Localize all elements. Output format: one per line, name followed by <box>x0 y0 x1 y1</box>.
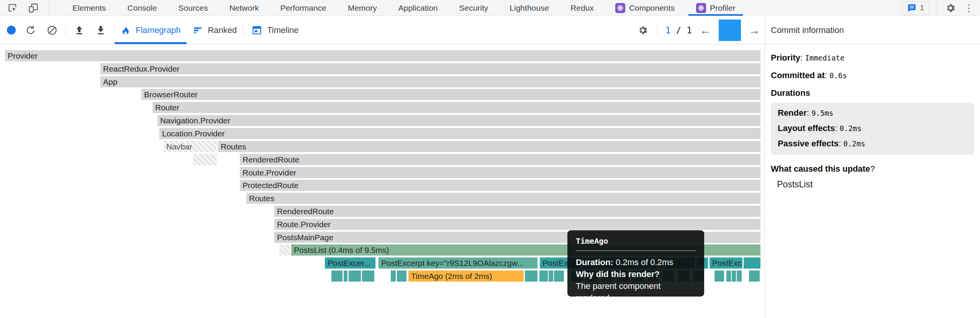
tab-lighthouse[interactable]: Lighthouse <box>499 0 560 16</box>
flame-bar-postexcerpt[interactable]: PostExcerpt key="r9S12L9OAlazczgw... <box>379 257 538 269</box>
flame-bar-timeago[interactable]: TimeAgo (2ms of 2ms) <box>408 270 524 282</box>
reload-profile-icon[interactable] <box>24 24 37 37</box>
tab-flamegraph[interactable]: Flamegraph <box>115 16 187 44</box>
priority-value: Immediate <box>805 54 844 62</box>
clear-profile-icon[interactable] <box>46 24 59 37</box>
flame-bar[interactable] <box>193 154 217 165</box>
duration-row: Render: 9.5ms <box>778 108 967 118</box>
tab-redux[interactable]: Redux <box>560 0 605 16</box>
flamegraph-label: Flamegraph <box>136 25 180 35</box>
flame-bar[interactable] <box>279 244 290 256</box>
tab-security[interactable]: Security <box>448 0 499 16</box>
prev-commit-arrow-icon[interactable]: ← <box>700 25 711 36</box>
tab-application[interactable]: Application <box>388 0 449 16</box>
tab-memory[interactable]: Memory <box>337 0 388 16</box>
export-profile-icon[interactable] <box>94 24 107 37</box>
tab-performance[interactable]: Performance <box>270 0 337 16</box>
flame-bar[interactable] <box>331 270 343 282</box>
import-profile-icon[interactable] <box>73 24 86 37</box>
tabbar-right-divider <box>937 3 937 13</box>
ranked-icon <box>193 25 203 35</box>
flame-bar-renderedroute[interactable]: RenderedRoute <box>240 154 760 165</box>
tab-label: Lighthouse <box>510 3 549 13</box>
commit-counter: 1 / 1 <box>665 25 692 35</box>
flame-bar[interactable] <box>391 270 396 282</box>
flame-bar-app[interactable]: App <box>100 76 760 87</box>
what-caused-heading: What caused this update? <box>771 164 974 174</box>
flame-bar-navbar[interactable]: Navbar <box>164 141 217 152</box>
selected-commit-bar[interactable] <box>719 20 741 41</box>
tab-profiler[interactable]: Profiler <box>685 0 746 16</box>
what-caused-label: What caused this update <box>771 164 870 174</box>
flame-bar-route.provider[interactable]: Route.Provider <box>274 219 760 230</box>
flame-tooltip: TimeAgo Duration: 0.2ms of 0.2ms Why did… <box>567 230 704 297</box>
commit-total: 1 <box>687 25 692 35</box>
profiler-settings-gear-icon[interactable] <box>636 24 649 37</box>
ranked-label: Ranked <box>208 25 237 35</box>
tab-network[interactable]: Network <box>219 0 270 16</box>
tab-console[interactable]: Console <box>117 0 168 16</box>
flame-bar[interactable] <box>549 270 553 282</box>
caused-by-component[interactable]: PostsList <box>771 179 974 190</box>
flame-bar[interactable] <box>397 270 406 282</box>
flame-bar[interactable] <box>539 270 548 282</box>
tab-sources[interactable]: Sources <box>168 0 219 16</box>
durations-heading: Durations <box>771 88 974 98</box>
flame-bar-provider[interactable]: Provider <box>5 50 760 61</box>
tab-timeline[interactable]: Timeline <box>246 16 305 44</box>
device-toolbar-icon[interactable] <box>28 2 39 14</box>
flame-bar-postexcer...[interactable]: PostExcer... <box>325 257 375 269</box>
flame-bar[interactable] <box>737 270 742 282</box>
tab-elements[interactable]: Elements <box>62 0 117 16</box>
issues-count: 1 <box>920 3 924 12</box>
tab-label: Sources <box>179 3 208 13</box>
inspect-element-icon[interactable] <box>7 2 18 14</box>
flame-bar-protectedroute[interactable]: ProtectedRoute <box>240 180 760 191</box>
tab-components[interactable]: Components <box>605 0 685 16</box>
profiler-toolbar: Flamegraph Ranked Timeline <box>0 16 765 44</box>
kebab-menu-icon[interactable]: ⋮ <box>964 3 974 13</box>
flame-bar-reactredux.provider[interactable]: ReactRedux.Provider <box>100 63 760 74</box>
tab-label: Application <box>398 3 438 13</box>
flame-bar-postexc...[interactable]: PostExc... <box>710 257 742 269</box>
flame-bar[interactable] <box>525 270 538 282</box>
flame-bar[interactable] <box>726 270 731 282</box>
duration-row: Layout effects: 0.2ms <box>778 123 967 133</box>
flame-bar[interactable] <box>744 257 760 269</box>
flame-bar[interactable] <box>732 270 736 282</box>
next-commit-arrow-icon[interactable]: → <box>749 25 760 36</box>
flame-bar-routes[interactable]: Routes <box>246 193 760 204</box>
tab-label: Memory <box>348 3 377 13</box>
flame-bar[interactable] <box>554 270 564 282</box>
issues-button[interactable]: 1 <box>902 2 929 15</box>
flame-bar[interactable] <box>715 270 724 282</box>
tab-label: Redux <box>570 3 594 13</box>
flame-bar-browserrouter[interactable]: BrowserRouter <box>141 89 760 100</box>
flame-bar[interactable] <box>749 270 760 282</box>
flame-bar-renderedroute[interactable]: RenderedRoute <box>274 206 760 217</box>
flame-bar-route.provider[interactable]: Route.Provider <box>240 167 760 178</box>
tab-ranked[interactable]: Ranked <box>187 16 243 44</box>
tab-label: Security <box>459 3 488 13</box>
tab-label: Elements <box>72 3 106 13</box>
tab-label: Network <box>229 3 259 13</box>
commit-navigator: 1 / 1 ← → <box>636 16 760 44</box>
flame-bar-router[interactable]: Router <box>152 102 760 113</box>
flame-bar[interactable] <box>344 270 347 282</box>
committed-at-label: Committed at <box>771 70 825 80</box>
toolbar-divider-3 <box>243 25 243 35</box>
flame-bar[interactable] <box>349 270 361 282</box>
commit-info-panel: Commit information Priority: Immediate C… <box>765 16 980 318</box>
flame-bar-navigation.provider[interactable]: Navigation.Provider <box>157 115 760 126</box>
settings-gear-icon[interactable] <box>945 2 956 14</box>
timeline-label: Timeline <box>267 25 298 35</box>
flame-bar-routes[interactable]: Routes <box>218 141 760 152</box>
chat-bubble-icon <box>907 3 917 13</box>
flame-bar-location.provider[interactable]: Location.Provider <box>159 128 760 139</box>
tab-label: Console <box>128 3 157 13</box>
duration-row: Passive effects: 0.2ms <box>778 139 967 149</box>
what-caused-qmark: ? <box>870 164 875 174</box>
commit-nav-divider <box>657 25 657 35</box>
record-button[interactable] <box>7 26 16 34</box>
flame-bar[interactable] <box>362 270 374 282</box>
